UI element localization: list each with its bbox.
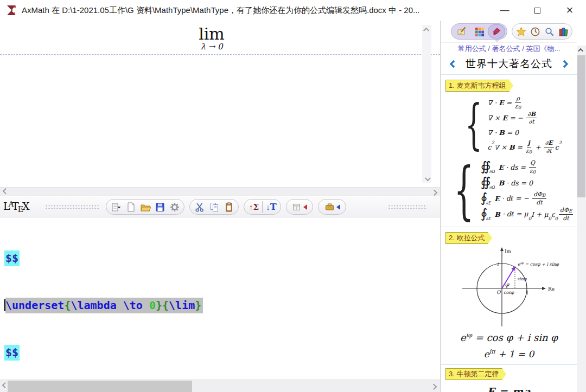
latex-logo: LATEX [3,200,29,214]
maxwell-integral-form[interactable]: { ∯∂Ω E · ds = Qε0 ∯∂Ω B · ds = 0 ∮∂Σ E … [444,159,574,222]
maxwell-differential-form[interactable]: { ∇ · E = ρε0 ∇ × E = − ∂B∂t ∇ · B = 0 c… [456,95,562,155]
cut-button[interactable] [192,200,207,214]
maximize-button[interactable] [521,0,553,21]
scrollbar-thumb[interactable] [8,381,192,392]
panel-window-icon [292,202,302,212]
breadcrumb[interactable]: 常用公式 / 著名公式 / 英国《物... [441,43,577,55]
chevron-right-icon [562,60,569,68]
hand-input-button[interactable] [453,24,470,38]
menu-button[interactable] [109,200,123,214]
chevron-down-icon [424,175,430,181]
books-icon [558,27,569,37]
next-category-button[interactable] [559,57,571,70]
save-button[interactable] [152,200,167,214]
scissors-icon [194,202,205,213]
latex-to-formula-button[interactable]: ↑ Σ [246,200,261,214]
svg-text:i: i [497,261,499,267]
formula-library-panel: 常用公式 / 著名公式 / 英国《物... 世界十大著名公式 1. 麦克斯韦方程… [441,21,586,392]
formula-preview-pane: lim λ → 0 [0,21,440,187]
euler-formula[interactable]: eiφ = cos φ + i sin φ [441,332,577,343]
copy-pages-icon [209,202,220,213]
paste-button[interactable] [221,200,236,214]
svg-text:1: 1 [526,290,529,295]
clock-icon [530,27,540,37]
arrow-up-icon: ↑ [249,202,253,211]
preview-formula: lim λ → 0 [0,25,423,52]
preview-lim: lim [0,25,423,43]
formula-to-text-button[interactable]: ↓ T [264,200,278,214]
section-tag-newton[interactable]: 3. 牛顿第二定律 [445,368,502,380]
chevron-up-icon [423,27,429,33]
chevron-right-icon[interactable] [431,384,437,390]
open-file-button[interactable] [138,200,152,214]
symbol-palette-button[interactable] [470,24,488,38]
scroll-up-button[interactable] [422,25,431,34]
window-title: AxMath 在 D:\1-2021.05工作\G 资料\MathType\Ma… [22,5,488,16]
latex-code-editor[interactable]: $$ \underset{\lambda \to 0}{\lim} $$ [0,217,440,380]
cases-brace: { [454,163,474,218]
newton-second-law-formula[interactable]: F = ma [441,385,577,392]
save-floppy-icon [155,202,165,213]
selected-code: \underset{\lambda \to 0}{\lim} [5,298,203,313]
svg-text:Im: Im [505,249,512,254]
star-icon [516,27,526,37]
library-toggle-group [318,199,346,215]
panel-toggle-group [286,199,313,215]
preview-vertical-scrollbar[interactable] [422,25,431,183]
svg-text:cosφ: cosφ [504,290,514,295]
category-title: 世界十大著名公式 [458,57,559,71]
scroll-up-button[interactable] [577,46,586,54]
library-content: 常用公式 / 著名公式 / 英国《物... 世界十大著名公式 1. 麦克斯韦方程… [441,42,577,392]
prev-category-button[interactable] [447,57,458,70]
section-tag-maxwell[interactable]: 1. 麦克斯韦方程组 [445,80,509,92]
dollar-delimiter: $$ [4,345,20,361]
settings-button[interactable] [167,200,182,214]
history-button[interactable] [528,24,542,38]
editor-horizontal-scrollbar[interactable] [0,380,440,392]
search-button[interactable] [542,24,556,38]
text-t-icon: T [270,202,277,212]
preview-limit-sub: λ → 0 [0,42,423,52]
gear-icon [169,202,180,213]
collapse-left-blue-icon [336,204,340,210]
cases-brace: { [465,101,482,149]
axmath-app-icon [5,4,17,16]
scrollbar-thumb[interactable] [577,55,585,197]
section-tag-euler[interactable]: 2. 欧拉公式 [445,232,488,244]
formula-library-button[interactable] [488,24,505,38]
svg-text:Re: Re [548,286,555,292]
maximize-icon [534,8,540,14]
symbol-grid-icon [474,27,485,37]
arrow-down-icon: ↓ [266,202,270,211]
briefcase-icon [324,202,335,212]
category-title-row: 世界十大著名公式 [441,55,577,73]
euler-identity[interactable]: eiπ + 1 = 0 [441,348,577,359]
menu-list-icon [111,202,122,213]
euler-unit-circle-diagram[interactable]: Im Re i 1 O φ sinφ cosφ eiφ = cosφ + i s… [450,246,568,329]
new-document-button[interactable] [123,200,138,214]
svg-text:sinφ: sinφ [517,277,527,281]
favorites-button[interactable] [514,24,528,38]
search-icon [544,27,555,37]
formula-case-toggle-button[interactable] [321,200,343,214]
chevron-left-icon[interactable] [3,188,9,194]
main-left-area: lim λ → 0 LATEX [0,21,441,392]
latex-toolbar: LATEX [0,197,440,217]
side-panel-toggle-button[interactable] [289,200,310,214]
books-library-button[interactable] [556,24,570,38]
close-button[interactable]: × [553,0,586,21]
chevron-right-icon[interactable] [431,189,437,195]
copy-button[interactable] [207,200,221,214]
library-vertical-scrollbar[interactable] [577,46,586,392]
bookmark-icon [492,27,502,37]
minimize-button[interactable]: — [488,0,521,21]
code-line-3: $$ [4,345,440,361]
chevron-up-icon [578,48,583,53]
new-document-icon [125,202,136,213]
file-button-group [106,199,184,215]
svg-text:eiφ = cosφ + i sinφ: eiφ = cosφ + i sinφ [518,261,559,267]
sigma-formula-icon: Σ [253,202,259,212]
code-line-1: $$ [4,250,440,266]
scroll-down-button[interactable] [422,174,431,183]
preview-horizontal-scrollbar[interactable] [0,187,440,196]
